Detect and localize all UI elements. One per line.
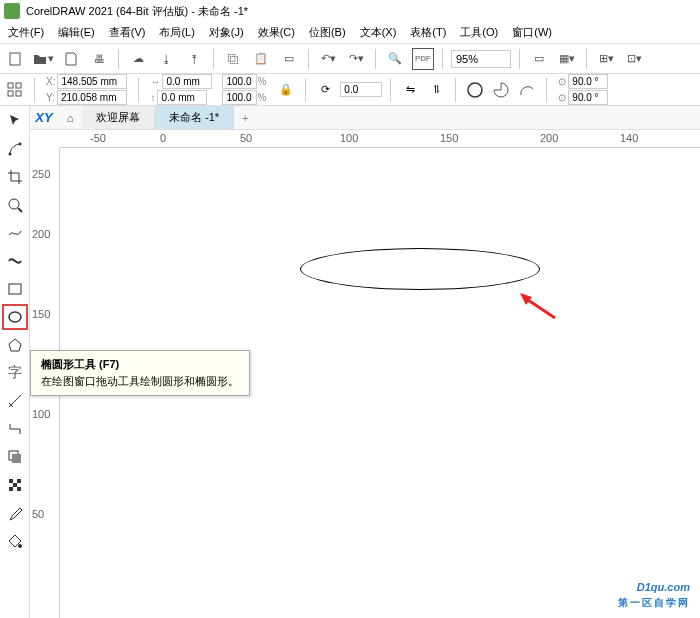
ellipse-shape-icon[interactable] — [464, 79, 486, 101]
rectangle-tool-icon[interactable] — [2, 276, 28, 302]
svg-rect-0 — [10, 53, 20, 65]
menu-file[interactable]: 文件(F) — [8, 25, 44, 40]
scale-h[interactable]: 100.0 — [222, 90, 257, 105]
fill-tool-icon[interactable] — [2, 528, 28, 554]
menu-text[interactable]: 文本(X) — [360, 25, 397, 40]
new-icon[interactable] — [4, 48, 26, 70]
transparency-tool-icon[interactable] — [2, 472, 28, 498]
separator — [442, 49, 443, 69]
menu-layout[interactable]: 布局(L) — [159, 25, 194, 40]
svg-rect-21 — [17, 487, 21, 491]
import-icon[interactable]: ⭳ — [155, 48, 177, 70]
menu-bitmap[interactable]: 位图(B) — [309, 25, 346, 40]
search-icon[interactable]: 🔍 — [384, 48, 406, 70]
rotate-icon: ⟳ — [314, 79, 336, 101]
mirror-v-icon[interactable]: ⥮ — [425, 79, 447, 101]
mirror-h-icon[interactable]: ⇋ — [399, 79, 421, 101]
menu-table[interactable]: 表格(T) — [410, 25, 446, 40]
menu-edit[interactable]: 编辑(E) — [58, 25, 95, 40]
svg-rect-10 — [9, 284, 21, 294]
property-bar: X:148.505 mm Y:210.058 mm ↔0.0 mm ↕0.0 m… — [0, 74, 700, 106]
parallel-dim-icon[interactable] — [2, 388, 28, 414]
menu-effects[interactable]: 效果(C) — [258, 25, 295, 40]
connector-tool-icon[interactable] — [2, 416, 28, 442]
svg-point-11 — [9, 312, 21, 322]
separator — [375, 49, 376, 69]
home-icon[interactable]: ⌂ — [58, 112, 82, 124]
menu-window[interactable]: 窗口(W) — [512, 25, 552, 40]
start-angle[interactable]: 90.0 ° — [568, 74, 608, 89]
scale-w[interactable]: 100.0 — [222, 74, 257, 89]
menu-view[interactable]: 查看(V) — [109, 25, 146, 40]
end-angle[interactable]: 90.0 ° — [568, 90, 608, 105]
window-title: CorelDRAW 2021 (64-Bit 评估版) - 未命名 -1* — [26, 4, 248, 19]
svg-point-8 — [9, 199, 19, 209]
save-icon[interactable] — [60, 48, 82, 70]
tab-add-icon[interactable]: + — [234, 112, 256, 124]
fullscreen-icon[interactable]: ▭ — [528, 48, 550, 70]
snap-icon[interactable]: ⊞▾ — [595, 48, 617, 70]
open-icon[interactable]: ▾ — [32, 48, 54, 70]
ellipse-shape[interactable] — [300, 248, 540, 290]
svg-rect-3 — [8, 91, 13, 96]
undo-icon[interactable]: ↶▾ — [317, 48, 339, 70]
separator — [519, 49, 520, 69]
svg-line-9 — [18, 208, 22, 212]
width-field[interactable]: 0.0 mm — [162, 74, 212, 89]
freehand-tool-icon[interactable] — [2, 220, 28, 246]
polygon-tool-icon[interactable] — [2, 332, 28, 358]
nudge-icon[interactable] — [4, 79, 26, 101]
height-field[interactable]: 0.0 mm — [157, 90, 207, 105]
pie-shape-icon[interactable] — [490, 79, 512, 101]
zoom-tool-icon[interactable] — [2, 192, 28, 218]
pick-tool-icon[interactable] — [2, 108, 28, 134]
x-coord[interactable]: 148.505 mm — [57, 74, 127, 89]
cloud-icon[interactable]: ☁ — [127, 48, 149, 70]
paste-icon[interactable]: 📋 — [250, 48, 272, 70]
menu-tools[interactable]: 工具(O) — [460, 25, 498, 40]
canvas-area: XY ⌂ 欢迎屏幕 未命名 -1* + -50050100150200140 2… — [30, 106, 700, 618]
separator — [586, 49, 587, 69]
export-icon[interactable]: ⭱ — [183, 48, 205, 70]
y-coord[interactable]: 210.058 mm — [57, 90, 127, 105]
separator — [34, 78, 35, 102]
grid-icon[interactable]: ▦▾ — [556, 48, 578, 70]
redo-icon[interactable]: ↷▾ — [345, 48, 367, 70]
clipboard-icon[interactable]: ▭ — [278, 48, 300, 70]
separator — [390, 78, 391, 102]
eyedropper-tool-icon[interactable] — [2, 500, 28, 526]
ellipse-tool-icon[interactable] — [2, 304, 28, 330]
watermark: D1qu.com 第一区自学网 — [618, 573, 690, 610]
watermark-sub: 第一区自学网 — [618, 596, 690, 610]
svg-point-22 — [18, 544, 22, 548]
zoom-input[interactable] — [451, 50, 511, 68]
separator — [138, 78, 139, 102]
text-tool-icon[interactable]: 字 — [2, 360, 28, 386]
angle-field[interactable]: 0.0 — [340, 82, 382, 97]
svg-point-6 — [8, 153, 11, 156]
svg-rect-2 — [16, 83, 21, 88]
separator — [305, 78, 306, 102]
options-icon[interactable]: ⊡▾ — [623, 48, 645, 70]
arc-shape-icon[interactable] — [516, 79, 538, 101]
svg-rect-16 — [12, 454, 21, 463]
tab-document[interactable]: 未命名 -1* — [155, 106, 234, 129]
xy-label: XY — [30, 110, 58, 125]
crop-tool-icon[interactable] — [2, 164, 28, 190]
tooltip-title: 椭圆形工具 (F7) — [41, 357, 239, 372]
lock-ratio-icon[interactable]: 🔒 — [275, 79, 297, 101]
pdf-icon[interactable]: PDF — [412, 48, 434, 70]
svg-rect-19 — [13, 483, 17, 487]
menu-object[interactable]: 对象(J) — [209, 25, 244, 40]
shape-tool-icon[interactable] — [2, 136, 28, 162]
print-icon[interactable]: 🖶 — [88, 48, 110, 70]
copy-icon[interactable]: ⿻ — [222, 48, 244, 70]
svg-marker-12 — [9, 339, 21, 351]
annotation-arrow-icon — [520, 293, 560, 323]
tab-welcome[interactable]: 欢迎屏幕 — [82, 106, 155, 129]
app-logo-icon — [4, 3, 20, 19]
drop-shadow-icon[interactable] — [2, 444, 28, 470]
artistic-media-icon[interactable] — [2, 248, 28, 274]
tooltip-body: 在绘图窗口拖动工具绘制圆形和椭圆形。 — [41, 374, 239, 389]
separator — [213, 49, 214, 69]
